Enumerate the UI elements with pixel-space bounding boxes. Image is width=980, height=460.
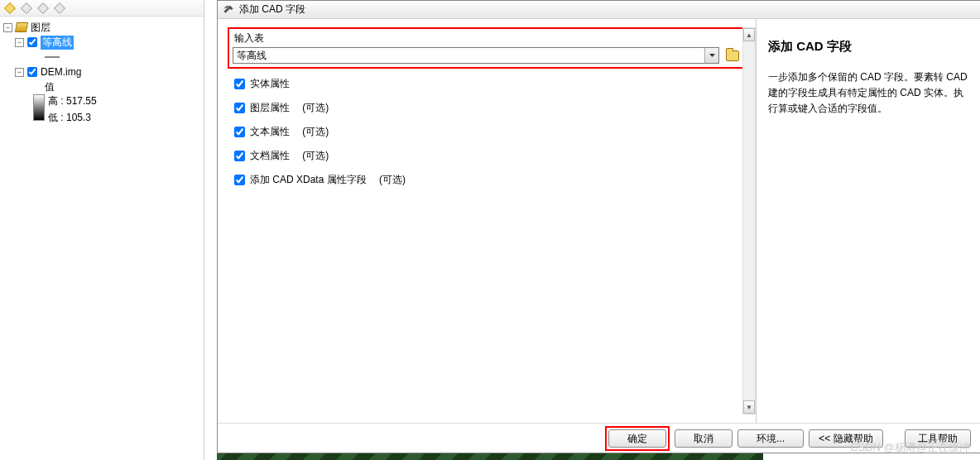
scroll-up-icon[interactable]: ▲ [743,28,755,41]
check-entity-props[interactable]: 实体属性 [228,72,746,96]
watermark: CSDN @杨港@正在缓冲 [850,440,970,455]
input-table-dropdown[interactable]: 等高线 [233,47,719,64]
ok-button-highlight: 确定 [605,426,670,451]
list-by-selection-icon[interactable] [53,2,66,15]
hammer-icon [223,4,234,16]
chevron-down-icon[interactable] [704,48,718,63]
checkbox-layer[interactable] [234,103,245,113]
check-text-props[interactable]: 文本属性 (可选) [228,120,746,144]
checkbox-xdata[interactable] [234,175,245,185]
form-scrollbar[interactable]: ▲ ▼ [742,27,756,414]
layers-icon [15,22,28,32]
layer-visibility-checkbox[interactable] [27,37,37,47]
value-label: 值 [45,80,55,94]
tree-layer-dem[interactable]: − DEM.img [0,65,204,79]
root-label: 图层 [31,21,50,35]
tree-layer-contour[interactable]: − 等高线 [0,35,204,50]
sidebar-toolbar [0,0,204,17]
help-panel: 添加 CAD 字段 一步添加多个保留的 CAD 字段。要素转 CAD 建的字段生… [756,19,980,423]
input-table-value: 等高线 [233,48,704,63]
scroll-down-icon[interactable]: ▼ [743,400,755,414]
layer-visibility-checkbox[interactable] [27,67,37,77]
collapse-icon[interactable]: − [15,68,24,77]
check-layer-props[interactable]: 图层属性 (可选) [228,96,746,120]
input-table-highlight: 输入表 等高线 [228,27,746,69]
help-title: 添加 CAD 字段 [768,39,973,55]
ok-button[interactable]: 确定 [608,429,666,448]
input-table-label: 输入表 [233,31,741,46]
folder-icon [726,50,739,61]
tree-root[interactable]: − 图层 [0,20,204,35]
collapse-icon[interactable]: − [15,38,24,47]
checkbox-text[interactable] [234,127,245,137]
form-area: 输入表 等高线 实体属性 [218,19,756,423]
dialog-titlebar[interactable]: 添加 CAD 字段 [218,1,980,19]
tree-value-label: 值 [0,79,204,94]
legend-low: 低 : 105.3 [48,111,97,124]
layer-label-dem[interactable]: DEM.img [41,66,81,78]
tree-layer-symbol [0,50,204,65]
list-by-visibility-icon[interactable] [36,2,50,15]
layer-tree: − 图层 − 等高线 − DEM.img 值 [0,17,204,127]
legend-high: 高 : 517.55 [48,94,97,108]
add-cad-fields-dialog: 添加 CAD 字段 输入表 等高线 [217,0,980,453]
cancel-button[interactable]: 取消 [675,429,733,448]
check-doc-props[interactable]: 文档属性 (可选) [228,144,746,168]
line-symbol-icon [45,56,60,58]
environments-button[interactable]: 环境... [737,429,804,448]
dialog-title: 添加 CAD 字段 [239,2,305,17]
check-xdata-props[interactable]: 添加 CAD XData 属性字段 (可选) [228,168,746,192]
browse-button[interactable] [724,47,741,64]
gradient-swatch-icon [33,94,45,121]
help-text: 一步添加多个保留的 CAD 字段。要素转 CAD 建的字段生成具有特定属性的 C… [768,69,973,117]
list-by-drawing-order-icon[interactable] [3,2,17,15]
layer-label-contour[interactable]: 等高线 [41,36,74,50]
list-by-source-icon[interactable] [20,2,33,15]
layers-panel: − 图层 − 等高线 − DEM.img 值 [0,0,204,460]
checkbox-doc[interactable] [234,151,245,161]
checkbox-entity[interactable] [234,79,245,89]
collapse-icon[interactable]: − [3,23,12,32]
